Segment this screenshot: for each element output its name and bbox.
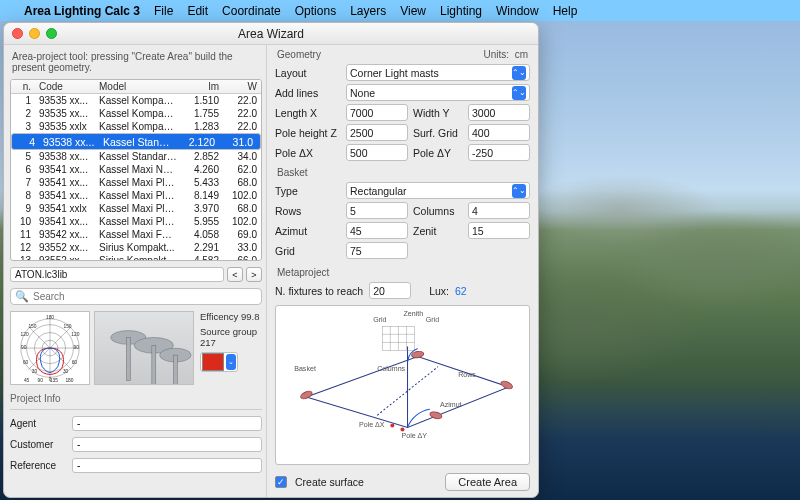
zoom-icon[interactable]: [46, 28, 57, 39]
geometry-header: Geometry: [277, 49, 321, 60]
table-row[interactable]: 793541 xx...Kassel Maxi Plu...5.43368.0: [11, 176, 261, 189]
lengthx-input[interactable]: 7000: [346, 104, 408, 121]
poledx-label: Pole ΔX: [275, 147, 341, 159]
chevron-down-icon: ⌄: [226, 354, 236, 370]
col-n[interactable]: n.: [11, 80, 35, 93]
svg-rect-29: [173, 355, 177, 384]
nfixtures-label: N. fixtures to reach: [275, 285, 363, 297]
col-model[interactable]: Model: [95, 80, 181, 93]
customer-input[interactable]: [72, 437, 262, 452]
grid-input[interactable]: 75: [346, 242, 408, 259]
titlebar[interactable]: Area Wizard: [4, 23, 538, 45]
table-row[interactable]: 593538 xx...Kassel Standard...2.85234.0: [11, 150, 261, 163]
table-row[interactable]: 993541 xxlxKassel Maxi Plu...3.97068.0: [11, 202, 261, 215]
geometry-diagram: Grid Zenith Grid Basket Columns Rows Azi…: [275, 305, 530, 465]
hint-text: Area-project tool: pressing "Create Area…: [10, 49, 262, 75]
create-surface-checkbox[interactable]: ✓: [275, 476, 287, 488]
search-box[interactable]: 🔍: [10, 288, 262, 305]
menu-window[interactable]: Window: [496, 4, 539, 18]
table-row[interactable]: 1293552 xx...Sirius Kompakt...2.29133.0: [11, 241, 261, 254]
addlines-select[interactable]: None⌃⌄: [346, 84, 530, 101]
menu-app[interactable]: Area Lighting Calc 3: [24, 4, 140, 18]
search-input[interactable]: [33, 291, 257, 302]
nfixtures-input[interactable]: 20: [369, 282, 411, 299]
layout-label: Layout: [275, 67, 341, 79]
table-row[interactable]: 893541 xx...Kassel Maxi Plu...8.149102.0: [11, 189, 261, 202]
rows-label: Rows: [275, 205, 341, 217]
create-area-button[interactable]: Create Area: [445, 473, 530, 491]
cols-input[interactable]: 4: [468, 202, 530, 219]
azimut-input[interactable]: 45: [346, 222, 408, 239]
polez-label: Pole height Z: [275, 127, 341, 139]
menu-edit[interactable]: Edit: [187, 4, 208, 18]
prev-button[interactable]: <: [227, 267, 243, 282]
azimut-label: Azimut: [275, 225, 341, 237]
color-select[interactable]: ⌄: [200, 352, 238, 372]
svg-text:135: 135: [50, 378, 58, 383]
agent-label: Agent: [10, 418, 68, 429]
menu-layers[interactable]: Layers: [350, 4, 386, 18]
table-row[interactable]: 693541 xx...Kassel Maxi NW...4.26062.0: [11, 163, 261, 176]
lux-label: Lux:: [429, 285, 449, 297]
svg-text:90: 90: [21, 345, 27, 350]
table-row[interactable]: 293535 xx...Kassel Kompakt...1.75522.0: [11, 107, 261, 120]
polez-input[interactable]: 2500: [346, 124, 408, 141]
menu-lighting[interactable]: Lighting: [440, 4, 482, 18]
svg-text:Rows: Rows: [458, 371, 476, 379]
menu-help[interactable]: Help: [553, 4, 578, 18]
zenit-label: Zenit: [413, 225, 463, 237]
widthy-input[interactable]: 3000: [468, 104, 530, 121]
widthy-label: Width Y: [413, 107, 463, 119]
minimize-icon[interactable]: [29, 28, 40, 39]
svg-text:30: 30: [32, 369, 38, 374]
rows-input[interactable]: 5: [346, 202, 408, 219]
svg-point-42: [390, 423, 394, 427]
cols-label: Columns: [413, 205, 463, 217]
surfgrid-label: Surf. Grid: [413, 127, 463, 139]
col-code[interactable]: Code: [35, 80, 95, 93]
close-icon[interactable]: [12, 28, 23, 39]
chevron-down-icon: ⌃⌄: [512, 86, 526, 100]
svg-text:90: 90: [38, 378, 44, 383]
svg-text:Columns: Columns: [377, 365, 405, 373]
menu-file[interactable]: File: [154, 4, 173, 18]
type-select[interactable]: Rectangular⌃⌄: [346, 182, 530, 199]
svg-rect-27: [152, 345, 156, 384]
col-w[interactable]: W: [223, 80, 261, 93]
poledy-input[interactable]: -250: [468, 144, 530, 161]
area-wizard-window: Area Wizard Area-project tool: pressing …: [3, 22, 539, 498]
svg-point-33: [500, 380, 514, 391]
menu-view[interactable]: View: [400, 4, 426, 18]
poledx-input[interactable]: 500: [346, 144, 408, 161]
polar-diagram: 18090900 150150 120120 6060 3030 4590135…: [10, 311, 90, 385]
table-row[interactable]: 393535 xxlxKassel Kompakt...1.28322.0: [11, 120, 261, 133]
fixture-stats: Efficency 99.8 Source group 217 ⌄: [198, 311, 262, 385]
surfgrid-input[interactable]: 400: [468, 124, 530, 141]
search-icon: 🔍: [15, 290, 29, 303]
menu-options[interactable]: Options: [295, 4, 336, 18]
agent-input[interactable]: [72, 416, 262, 431]
col-lm[interactable]: lm: [181, 80, 223, 93]
menu-coordinate[interactable]: Coordinate: [222, 4, 281, 18]
lengthx-label: Length X: [275, 107, 341, 119]
lux-value: 62: [455, 285, 467, 297]
next-button[interactable]: >: [246, 267, 262, 282]
svg-text:180: 180: [46, 315, 54, 320]
table-row[interactable]: 1393552 xx...Sirius Kompakt...4.58266.0: [11, 254, 261, 261]
fixture-render: [94, 311, 194, 385]
svg-text:120: 120: [71, 332, 79, 337]
window-title: Area Wizard: [238, 27, 304, 41]
table-row[interactable]: 193535 xx...Kassel Kompakt...1.51022.0: [11, 94, 261, 107]
zenit-input[interactable]: 15: [468, 222, 530, 239]
table-row[interactable]: 1093541 xx...Kassel Maxi Plu...5.955102.…: [11, 215, 261, 228]
reference-input[interactable]: [72, 458, 262, 473]
table-row[interactable]: 1193542 xx...Kassel Maxi FG...4.05869.0: [11, 228, 261, 241]
table-row[interactable]: 493538 xx...Kassel Standard...2.12031.0: [11, 133, 261, 150]
svg-rect-25: [126, 337, 130, 380]
layout-select[interactable]: Corner Light masts⌃⌄: [346, 64, 530, 81]
svg-text:180: 180: [65, 378, 73, 383]
reference-label: Reference: [10, 460, 68, 471]
fixture-table[interactable]: n. Code Model lm W 193535 xx...Kassel Ko…: [10, 79, 262, 261]
project-info-label: Project Info: [10, 393, 262, 405]
poledy-label: Pole ΔY: [413, 147, 463, 159]
